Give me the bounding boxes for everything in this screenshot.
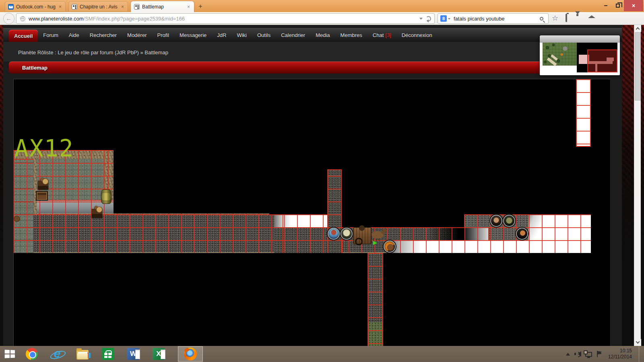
windows-taskbar: e W X 10:15 12/11/2014 xyxy=(0,346,644,362)
url-path: /SMF/index.php?page=page2539&mid=166 xyxy=(84,16,418,22)
word-icon[interactable]: W xyxy=(127,348,139,360)
chevron-down-icon xyxy=(636,340,640,344)
restore-icon xyxy=(616,4,620,8)
network-icon[interactable] xyxy=(585,352,592,357)
window-restore-button[interactable] xyxy=(613,0,623,11)
menu-item-wiki[interactable]: Wiki xyxy=(231,29,252,42)
reload-icon[interactable] xyxy=(426,16,431,21)
merchant-cart[interactable] xyxy=(353,227,372,244)
tab-close-icon[interactable]: × xyxy=(120,4,125,10)
search-icon[interactable] xyxy=(540,17,543,21)
corridor-floor-west xyxy=(33,214,274,253)
clock-time: 10:15 xyxy=(608,348,632,354)
menu-item-aide[interactable]: Aide xyxy=(64,29,85,42)
menu-item-rechercher[interactable]: Rechercher xyxy=(85,29,122,42)
menu-item-forum[interactable]: Forum xyxy=(38,29,64,42)
minimap-viewport-rect[interactable] xyxy=(587,49,617,72)
menu-item-jdr[interactable]: JdR xyxy=(212,29,231,42)
excel-icon[interactable]: X xyxy=(153,348,165,360)
bookmark-star-icon[interactable]: ☆ xyxy=(551,14,559,23)
globe-icon xyxy=(20,16,25,21)
menu-item-accueil[interactable]: Accueil xyxy=(9,30,38,42)
address-bar[interactable]: www.planeteroliste.com /SMF/index.php?pa… xyxy=(16,13,435,24)
treasure-chest[interactable] xyxy=(36,191,48,201)
chevron-up-icon xyxy=(636,27,640,31)
dwarf-portrait-token[interactable] xyxy=(384,241,396,253)
barrel[interactable] xyxy=(101,189,111,204)
menu-item-chat[interactable]: Chat[3] xyxy=(367,29,396,42)
page-scrollbar[interactable] xyxy=(634,25,641,346)
internet-explorer-icon[interactable]: e xyxy=(51,348,63,360)
map-white-grid-column xyxy=(576,79,591,147)
tab-close-icon[interactable]: × xyxy=(58,4,62,10)
chat-unread-badge: [3] xyxy=(385,32,391,38)
menu-item-media[interactable]: Media xyxy=(310,29,335,42)
menu-item-deconnexion[interactable]: Déconnexion xyxy=(396,29,438,42)
url-dropdown-icon[interactable] xyxy=(419,18,423,21)
mossy-floor xyxy=(368,322,383,346)
back-button[interactable]: ← xyxy=(3,13,14,24)
dark-haired-portrait-token[interactable] xyxy=(490,215,502,227)
tab-chapitre[interactable]: Chapitre un : Avis de temp... × xyxy=(68,1,128,12)
small-critter[interactable] xyxy=(14,215,20,223)
tab-title: Chapitre un : Avis de temp... xyxy=(80,4,118,10)
menu-item-messagerie[interactable]: Messagerie xyxy=(174,29,212,42)
fog-white-strip xyxy=(274,214,327,227)
firefox-taskbar-button-active[interactable] xyxy=(178,346,203,362)
url-domain: www.planeteroliste.com xyxy=(29,16,84,22)
action-center-flag-icon[interactable] xyxy=(597,351,602,357)
tab-outlook[interactable]: Outlook.com - hugues974... × xyxy=(5,1,66,12)
start-button[interactable] xyxy=(5,350,15,358)
scroll-down-button[interactable] xyxy=(634,339,641,346)
menu-item-profil[interactable]: Profil xyxy=(152,29,174,42)
home-icon[interactable] xyxy=(584,14,593,23)
windows-store-icon[interactable] xyxy=(102,348,114,360)
chrome-icon[interactable] xyxy=(26,348,38,360)
minimap-titlebar[interactable] xyxy=(540,35,620,43)
engine-dropdown-icon[interactable] xyxy=(448,18,450,21)
volume-icon[interactable] xyxy=(574,351,581,357)
pack-horse[interactable] xyxy=(372,231,384,239)
pale-portrait-token[interactable] xyxy=(341,228,353,240)
firefox-icon xyxy=(184,348,197,360)
fog-white-east xyxy=(528,214,591,253)
bookmarks-panel-icon[interactable] xyxy=(562,14,571,23)
map-cell-label: AX12 xyxy=(14,135,74,162)
taskbar-clock[interactable]: 10:15 12/11/2014 xyxy=(608,348,632,360)
scroll-up-button[interactable] xyxy=(634,25,641,32)
show-desktop-button[interactable] xyxy=(639,346,641,362)
new-tab-button[interactable]: + xyxy=(196,2,205,10)
menu-item-calendrier[interactable]: Calendrier xyxy=(276,29,310,42)
menu-item-moderer[interactable]: Modérer xyxy=(122,29,152,42)
webpage-background: Accueil Forum Aide Rechercher Modérer Pr… xyxy=(0,25,644,346)
orc-warrior-figure[interactable] xyxy=(38,177,48,189)
breadcrumb[interactable]: Planète Rôliste : Le jeu de rôle par for… xyxy=(18,49,168,56)
page-title: Battlemap xyxy=(22,65,47,71)
scrollbar-thumb[interactable] xyxy=(635,32,641,101)
tab-close-icon[interactable]: × xyxy=(186,4,191,10)
tab-title: Battlemap xyxy=(142,4,184,10)
hidden-icons-chevron[interactable] xyxy=(566,351,570,356)
dice-icon xyxy=(134,4,140,10)
menu-hamburger-icon[interactable] xyxy=(600,14,610,23)
tab-battlemap-active[interactable]: Battlemap × xyxy=(131,1,194,12)
corridor-dark-fade xyxy=(427,227,464,240)
hooded-portrait-token[interactable] xyxy=(516,228,528,240)
window-minimize-button[interactable]: – xyxy=(600,0,612,11)
orc-warrior-figure-2[interactable] xyxy=(92,205,102,218)
window-close-button[interactable]: × xyxy=(624,0,643,11)
fog-gradient-block xyxy=(464,227,488,240)
menu-item-outils[interactable]: Outils xyxy=(252,29,276,42)
search-bar[interactable]: 8 fatals picards youtube xyxy=(438,13,549,24)
blue-portrait-token[interactable] xyxy=(328,228,340,240)
file-explorer-icon[interactable] xyxy=(76,350,89,360)
breadcrumb-bar: Planète Rôliste : Le jeu de rôle par for… xyxy=(3,42,622,62)
google-engine-icon[interactable]: 8 xyxy=(440,15,447,22)
downloads-icon[interactable] xyxy=(573,14,582,23)
green-turn-arrow xyxy=(373,241,377,245)
minimap-window[interactable] xyxy=(540,35,620,75)
menu-item-membres[interactable]: Membres xyxy=(335,29,367,42)
battlemap-canvas[interactable]: AX12 xyxy=(13,79,611,346)
orc-portrait-token[interactable] xyxy=(503,215,515,227)
outlook-icon xyxy=(8,4,14,10)
